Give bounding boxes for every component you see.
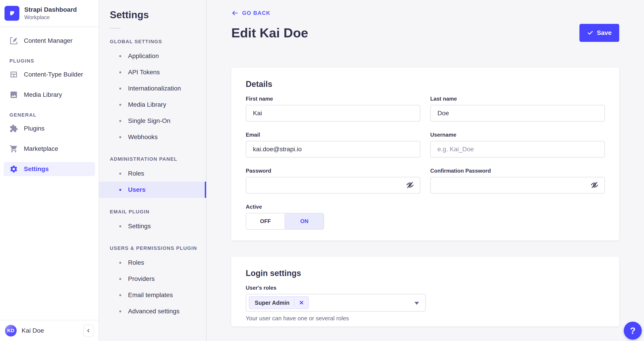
subnav-item-label: Roles bbox=[128, 259, 144, 266]
username-input-wrap bbox=[430, 141, 605, 158]
arrow-left-icon bbox=[231, 10, 238, 17]
bullet-dot bbox=[119, 294, 121, 296]
subnav-item-label: Webhooks bbox=[128, 134, 158, 141]
go-back-link[interactable]: GO BACK bbox=[231, 10, 270, 17]
username-label: Username bbox=[430, 132, 605, 138]
role-chip: Super Admin ✕ bbox=[249, 296, 309, 309]
app-root: Strapi Dashboard Workplace Content Manag… bbox=[0, 0, 644, 341]
subnav-item-label: Single Sign-On bbox=[128, 117, 170, 124]
bullet-dot bbox=[119, 120, 121, 122]
bullet-dot bbox=[119, 71, 121, 74]
subnav-item-label: API Tokens bbox=[128, 69, 160, 76]
subnav-item-application[interactable]: Application bbox=[99, 48, 206, 64]
active-field-group: Active OFF ON bbox=[246, 204, 420, 230]
details-form-grid: First name Last name Email bbox=[246, 96, 605, 230]
user-roles-select[interactable]: Super Admin ✕ bbox=[246, 294, 426, 312]
email-field-group: Email bbox=[246, 132, 420, 158]
subnav-item-label: Users bbox=[128, 186, 146, 193]
details-card-title: Details bbox=[246, 79, 605, 89]
current-user-name: Kai Doe bbox=[22, 327, 83, 334]
toggle-confirmation-visibility-button[interactable] bbox=[590, 180, 600, 190]
bullet-dot bbox=[119, 55, 121, 57]
password-input[interactable] bbox=[246, 177, 420, 194]
active-toggle: OFF ON bbox=[246, 213, 324, 230]
sidebar-item-media-library[interactable]: Media Library bbox=[4, 88, 95, 102]
first-name-label: First name bbox=[246, 96, 420, 102]
email-label: Email bbox=[246, 132, 420, 138]
subnav-section-label: GLOBAL SETTINGS bbox=[110, 38, 206, 45]
bullet-dot bbox=[119, 136, 121, 138]
subnav-title: Settings bbox=[110, 10, 206, 20]
subnav-item-internationalization[interactable]: Internationalization bbox=[99, 80, 206, 96]
sidebar-nav: Content Manager PLUGINS Content-Type Bui… bbox=[0, 27, 98, 320]
confirmation-password-field-group: Confirmation Password bbox=[430, 168, 605, 194]
password-field-group: Password bbox=[246, 168, 420, 194]
sidebar-item-content-type-builder[interactable]: Content-Type Builder bbox=[4, 68, 95, 82]
confirmation-password-input[interactable] bbox=[430, 177, 605, 194]
sidebar-item-plugins[interactable]: Plugins bbox=[4, 122, 95, 136]
bullet-dot bbox=[119, 278, 121, 280]
avatar: KD bbox=[5, 325, 17, 336]
subnav-item-media-library[interactable]: Media Library bbox=[99, 96, 206, 113]
page-title: Edit Kai Doe bbox=[231, 25, 308, 41]
subnav-item-label: Application bbox=[128, 52, 159, 60]
workspace-brand: Strapi Dashboard Workplace bbox=[0, 0, 98, 26]
subnav-item-up-roles[interactable]: Roles bbox=[99, 254, 206, 271]
subnav-section-label: EMAIL PLUGIN bbox=[110, 209, 206, 215]
subnav-item-single-sign-on[interactable]: Single Sign-On bbox=[99, 113, 206, 129]
bullet-dot bbox=[119, 173, 121, 175]
remove-role-button[interactable]: ✕ bbox=[294, 299, 308, 306]
workspace-name: Workplace bbox=[24, 14, 77, 21]
collapse-sidebar-button[interactable] bbox=[83, 324, 94, 337]
subnav-section-label: USERS & PERMISSIONS PLUGIN bbox=[110, 245, 206, 252]
sidebar-item-settings[interactable]: Settings bbox=[4, 162, 95, 176]
user-roles-field-group: User's roles Super Admin ✕ Your user can… bbox=[246, 284, 426, 322]
sidebar-user-row[interactable]: KD Kai Doe bbox=[0, 320, 98, 341]
username-input[interactable] bbox=[430, 141, 605, 158]
password-input-wrap bbox=[246, 177, 420, 194]
subnav-item-label: Roles bbox=[128, 170, 144, 177]
subnav-item-advanced-settings[interactable]: Advanced settings bbox=[99, 303, 206, 320]
subnav-title-divider bbox=[110, 28, 120, 28]
subnav-item-admin-users[interactable]: Users bbox=[99, 182, 206, 198]
email-input[interactable] bbox=[246, 141, 420, 158]
toggle-password-visibility-button[interactable] bbox=[405, 180, 415, 190]
subnav-item-label: Email templates bbox=[128, 292, 173, 299]
subnav-item-email-templates[interactable]: Email templates bbox=[99, 287, 206, 303]
sidebar-item-label: Settings bbox=[24, 166, 48, 173]
close-icon: ✕ bbox=[299, 299, 304, 306]
confirmation-password-label: Confirmation Password bbox=[430, 168, 605, 174]
media-library-icon bbox=[10, 90, 18, 99]
subnav-item-label: Settings bbox=[128, 222, 151, 230]
subnav-item-email-settings[interactable]: Settings bbox=[99, 218, 206, 234]
subnav-section-global-settings: GLOBAL SETTINGS Application API Tokens I… bbox=[99, 38, 206, 145]
email-input-wrap bbox=[246, 141, 420, 158]
help-button[interactable]: ? bbox=[624, 322, 642, 340]
user-roles-label: User's roles bbox=[246, 284, 426, 291]
subnav-section-administration-panel: ADMINISTRATION PANEL Roles Users bbox=[99, 156, 206, 198]
role-chip-label: Super Admin bbox=[255, 300, 290, 306]
confirmation-password-input-wrap bbox=[430, 177, 605, 194]
settings-subnav: Settings GLOBAL SETTINGS Application API… bbox=[99, 0, 206, 341]
plugins-icon bbox=[10, 124, 18, 133]
first-name-input[interactable] bbox=[246, 105, 420, 122]
subnav-item-webhooks[interactable]: Webhooks bbox=[99, 129, 206, 145]
subnav-item-admin-roles[interactable]: Roles bbox=[99, 166, 206, 182]
settings-gear-icon bbox=[10, 165, 18, 173]
subnav-section-users-permissions: USERS & PERMISSIONS PLUGIN Roles Provide… bbox=[99, 245, 206, 320]
last-name-label: Last name bbox=[430, 96, 605, 102]
active-toggle-on-button[interactable]: ON bbox=[285, 214, 324, 229]
bullet-dot bbox=[119, 310, 121, 312]
bullet-dot bbox=[119, 104, 121, 106]
sidebar-item-marketplace[interactable]: Marketplace bbox=[4, 142, 95, 156]
subnav-item-providers[interactable]: Providers bbox=[99, 271, 206, 287]
content-manager-icon bbox=[10, 36, 18, 45]
sidebar-section-plugins: PLUGINS bbox=[10, 58, 93, 64]
sidebar-item-content-manager[interactable]: Content Manager bbox=[4, 34, 95, 48]
active-toggle-off-button[interactable]: OFF bbox=[246, 214, 285, 229]
last-name-input[interactable] bbox=[430, 105, 605, 122]
subnav-item-label: Advanced settings bbox=[128, 308, 180, 315]
save-button[interactable]: Save bbox=[580, 24, 619, 42]
sidebar-section-general: GENERAL bbox=[10, 112, 93, 118]
subnav-item-api-tokens[interactable]: API Tokens bbox=[99, 64, 206, 80]
